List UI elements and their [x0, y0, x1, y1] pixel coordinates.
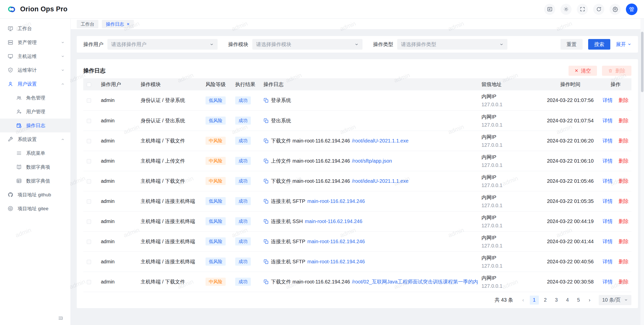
refresh-icon[interactable]	[593, 4, 604, 15]
log-link[interactable]: /root/idealU-2021.1.1.exe	[352, 178, 409, 184]
row-checkbox[interactable]	[87, 159, 91, 163]
scrollbar-thumb[interactable]	[641, 32, 643, 92]
table-row: admin 主机终端 / 连接主机终端 低风险 成功 连接主机 SFTPmain…	[83, 251, 631, 272]
detail-link[interactable]: 详情	[602, 178, 613, 184]
sidebar-item-角色管理[interactable]: 角色管理	[0, 91, 70, 105]
risk-badge: 低风险	[206, 237, 226, 245]
row-checkbox[interactable]	[87, 240, 91, 244]
detail-link[interactable]: 详情	[602, 118, 613, 123]
row-checkbox[interactable]	[87, 98, 91, 103]
row-delete-link[interactable]: 删除	[619, 239, 629, 244]
chevron-down-icon	[210, 42, 214, 47]
row-checkbox[interactable]	[87, 179, 91, 184]
log-icon	[16, 123, 22, 128]
sidebar-item-系统菜单[interactable]: 系统菜单	[0, 146, 70, 160]
log-link[interactable]: main-root-116.62.194.246	[307, 239, 365, 244]
sidebar-item-主机运维[interactable]: 主机运维	[0, 49, 70, 63]
result-badge: 成功	[235, 157, 251, 165]
row-checkbox[interactable]	[87, 119, 91, 123]
log-link[interactable]: main-root-116.62.194.246	[305, 219, 363, 224]
page-button-1[interactable]: 1	[530, 296, 539, 305]
sidebar-item-项目地址 github[interactable]: 项目地址 github	[0, 188, 70, 202]
sidebar-item-操作日志[interactable]: 操作日志	[0, 119, 70, 132]
detail-link[interactable]: 详情	[602, 198, 613, 204]
sidebar-item-资产管理[interactable]: 资产管理	[0, 35, 70, 49]
cell-address: 内网IP 127.0.0.1	[478, 272, 541, 292]
select-placeholder: 请选择操作类型	[401, 41, 436, 48]
log-link[interactable]: main-root-116.62.194.246	[307, 259, 365, 264]
cell-time: 2024-03-22 00:30:58	[541, 272, 598, 292]
row-delete-link[interactable]: 删除	[619, 138, 629, 143]
log-link[interactable]: main-root-116.62.194.246	[307, 198, 365, 204]
filter-select[interactable]: 请选择操作类型	[397, 39, 507, 50]
sidebar-item-运维审计[interactable]: 运维审计	[0, 63, 70, 77]
sidebar-item-工作台[interactable]: 工作台	[0, 22, 70, 35]
chevron-down-icon	[627, 42, 631, 46]
cell-module: 主机终端 / 下载文件	[137, 171, 202, 191]
row-checkbox[interactable]	[87, 220, 91, 224]
chevron-up-icon	[61, 82, 65, 86]
fullscreen-icon[interactable]	[577, 4, 588, 15]
row-delete-link[interactable]: 删除	[619, 178, 629, 184]
sidebar-item-系统设置[interactable]: 系统设置	[0, 132, 70, 146]
code-preview-icon[interactable]	[544, 4, 555, 15]
log-link[interactable]: /root/sftp/app.json	[352, 158, 392, 164]
cell-user: admin	[97, 211, 137, 231]
sidebar-item-用户管理[interactable]: 用户管理	[0, 105, 70, 119]
page-size-select[interactable]: 10 条/页	[599, 295, 631, 305]
filter-select[interactable]: 请选择操作模块	[252, 39, 363, 50]
detail-link[interactable]: 详情	[602, 138, 613, 143]
clear-button[interactable]: ✕ 清空	[569, 66, 597, 76]
result-badge: 成功	[235, 177, 251, 185]
sidebar-item-数据字典项[interactable]: 数据字典项	[0, 160, 70, 174]
sidebar-collapse-icon[interactable]	[58, 315, 64, 321]
page-button-5[interactable]: 5	[574, 296, 583, 305]
log-link[interactable]: /root/idealU-2021.1.1.exe	[352, 138, 409, 143]
next-page-icon[interactable]: ›	[585, 296, 594, 305]
row-delete-link[interactable]: 删除	[619, 259, 629, 264]
sidebar-item-用户设置[interactable]: 用户设置	[0, 77, 70, 91]
row-delete-link[interactable]: 删除	[619, 198, 629, 204]
row-checkbox[interactable]	[87, 260, 91, 264]
expand-toggle[interactable]: 展开	[616, 41, 631, 48]
row-checkbox[interactable]	[87, 280, 91, 284]
row-checkbox[interactable]	[87, 139, 91, 143]
reset-button[interactable]: 重置	[560, 39, 583, 50]
copy-icon	[263, 259, 269, 264]
user-avatar[interactable]: 管	[626, 4, 637, 15]
sidebar-item-项目地址 gitee[interactable]: 项目地址 gitee	[0, 202, 70, 215]
settings-icon[interactable]	[610, 4, 621, 15]
chevron-down-icon	[61, 40, 65, 45]
detail-link[interactable]: 详情	[602, 239, 613, 244]
row-delete-link[interactable]: 删除	[619, 97, 629, 103]
cell-log: 下载文件 main-root-116.62.194.246/root/02_互联…	[260, 272, 478, 292]
app-logo[interactable]: Orion Ops Pro	[7, 4, 67, 14]
row-delete-link[interactable]: 删除	[619, 219, 629, 224]
row-delete-link[interactable]: 删除	[619, 158, 629, 164]
page-button-3[interactable]: 3	[552, 296, 561, 305]
row-delete-link[interactable]: 删除	[619, 118, 629, 123]
copy-icon	[263, 219, 269, 224]
row-delete-link[interactable]: 删除	[619, 279, 629, 284]
search-button[interactable]: 搜索	[588, 39, 610, 50]
theme-icon[interactable]	[560, 4, 572, 15]
sidebar-item-数据字典值[interactable]: 数据字典值	[0, 174, 70, 188]
log-link[interactable]: /root/02_互联网Java工程师面试突击训练课程第一季的内容说明.zip	[352, 279, 478, 284]
page-button-2[interactable]: 2	[541, 296, 550, 305]
column-header: 操作	[598, 78, 631, 90]
detail-link[interactable]: 详情	[602, 259, 613, 264]
tab-close-icon[interactable]: ✕	[127, 22, 130, 26]
tab-操作日志[interactable]: 操作日志 ✕	[102, 20, 134, 28]
result-badge: 成功	[235, 197, 251, 205]
detail-link[interactable]: 详情	[602, 97, 613, 103]
prev-page-icon[interactable]: ‹	[519, 296, 528, 305]
page-button-4[interactable]: 4	[563, 296, 572, 305]
tab-工作台[interactable]: 工作台	[77, 20, 98, 28]
filter-select[interactable]: 请选择操作用户	[107, 39, 218, 50]
select-all-checkbox[interactable]	[87, 83, 91, 87]
detail-link[interactable]: 详情	[602, 279, 613, 284]
row-checkbox[interactable]	[87, 199, 91, 204]
detail-link[interactable]: 详情	[602, 219, 613, 224]
delete-button[interactable]: 删除	[602, 66, 631, 76]
detail-link[interactable]: 详情	[602, 158, 613, 164]
